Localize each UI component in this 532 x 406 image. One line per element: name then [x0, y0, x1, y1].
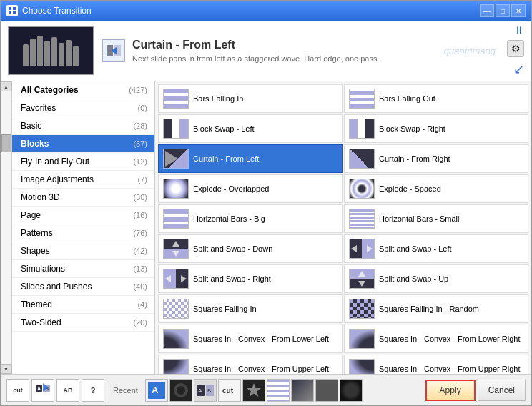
close-button[interactable]: ✕	[511, 4, 526, 17]
transition-thumb-squares-convex-ll	[163, 329, 189, 349]
transition-curtain-left[interactable]: Curtain - From Left	[158, 144, 343, 173]
svg-text:B: B	[207, 387, 211, 394]
title-bar: Choose Transition — □ ✕	[1, 1, 531, 21]
transition-name-h-bars-small: Horizontal Bars - Small	[379, 214, 459, 224]
transition-split-swap-up[interactable]: Split and Swap - Up	[344, 264, 528, 293]
sidebar-item-flyin-label: Fly-In and Fly-Out	[21, 157, 89, 167]
maximize-button[interactable]: □	[496, 4, 510, 17]
transition-squares-falling-in[interactable]: Squares Falling In	[158, 294, 343, 323]
person-3	[37, 36, 43, 66]
recent-thumb-5[interactable]	[242, 379, 265, 402]
recent-thumb-1[interactable]: A	[145, 379, 168, 402]
bottom-tool-icons: cut A B AB ?	[6, 379, 104, 402]
scroll-thumb[interactable]	[1, 134, 11, 152]
transition-squares-convex-ur[interactable]: Squares In - Convex - From Upper Right	[344, 355, 528, 374]
transition-curtain-right[interactable]: Curtain - From Right	[344, 144, 528, 173]
sidebar-item-themed-count: (4)	[138, 300, 147, 309]
cut-icon-button[interactable]: cut	[6, 379, 29, 402]
ab-transition-icon[interactable]: A B	[31, 379, 54, 402]
transition-h-bars-big[interactable]: Horizontal Bars - Big	[158, 204, 343, 233]
transition-squares-convex-ul[interactable]: Squares In - Convex - From Upper Left	[158, 355, 343, 374]
sidebar-item-image-adj-label: Image Adjustments	[21, 174, 94, 184]
transition-squares-falling-random[interactable]: Squares Falling In - Random	[344, 294, 528, 323]
sidebar-item-favorites[interactable]: Favorites (0)	[12, 99, 154, 117]
transition-bars-falling-out[interactable]: Bars Falling Out	[344, 84, 528, 113]
transition-bars-falling-in[interactable]: Bars Falling In	[158, 84, 343, 113]
transition-split-swap-right[interactable]: Split and Swap - Right	[158, 264, 343, 293]
svg-rect-1	[13, 7, 16, 10]
sidebar-item-motion3d[interactable]: Motion 3D (30)	[12, 189, 154, 207]
sidebar-item-page[interactable]: Page (16)	[12, 207, 154, 224]
sidebar-item-all-categories[interactable]: All Categories (427)	[12, 81, 154, 99]
sidebar-scrollbar: ▲ ▼	[1, 81, 12, 374]
sidebar-item-two-sided[interactable]: Two-Sided (20)	[12, 314, 154, 332]
transition-explode-overlapped[interactable]: Explode - Overlapped	[158, 174, 343, 203]
transition-thumb-squares-convex-ul	[163, 359, 189, 374]
preview-area	[8, 26, 94, 75]
sidebar-item-blocks[interactable]: Blocks (37)	[12, 135, 154, 153]
svg-point-24	[177, 386, 185, 395]
settings-button[interactable]: ⚙	[507, 40, 524, 57]
svg-marker-30	[247, 383, 261, 397]
recent-label: Recent	[113, 386, 138, 395]
sidebar-item-patterns[interactable]: Patterns (76)	[12, 224, 154, 242]
sidebar-item-shapes-count: (42)	[133, 247, 147, 255]
svg-text:A: A	[37, 386, 41, 391]
person-8	[73, 46, 79, 66]
transition-name-curtain-left: Curtain - From Left	[193, 154, 259, 164]
recent-thumb-9[interactable]	[340, 379, 363, 402]
transition-explode-spaced[interactable]: Explode - Spaced	[344, 174, 528, 203]
help-icon-button[interactable]: ?	[82, 379, 104, 402]
pause-button[interactable]: ⏸	[514, 24, 524, 36]
transition-thumb-squares-falling-in	[163, 299, 189, 319]
action-buttons: Apply Cancel	[425, 380, 526, 401]
sidebar-item-page-count: (16)	[133, 211, 147, 219]
transition-split-swap-down[interactable]: Split and Swap - Down	[158, 234, 343, 263]
transition-squares-convex-ll[interactable]: Squares In - Convex - From Lower Left	[158, 325, 343, 353]
svg-marker-12	[181, 275, 187, 282]
svg-rect-2	[9, 11, 11, 14]
svg-text:A: A	[152, 385, 159, 395]
sidebar-item-image-adj[interactable]: Image Adjustments (7)	[12, 171, 154, 189]
apply-button[interactable]: Apply	[425, 380, 476, 401]
sidebar-item-patterns-label: Patterns	[21, 228, 53, 238]
sidebar-item-slides-pushes-count: (40)	[133, 282, 147, 291]
sidebar-item-simulations[interactable]: Simulations (13)	[12, 260, 154, 278]
minimize-button[interactable]: —	[480, 4, 494, 17]
sidebar-item-flyin-count: (12)	[133, 157, 147, 166]
recent-thumb-7[interactable]	[291, 379, 314, 402]
scroll-down-button[interactable]: ▼	[1, 364, 12, 374]
sidebar-item-shapes-label: Shapes	[21, 246, 50, 256]
sidebar-item-slides-pushes[interactable]: Slides and Pushes (40)	[12, 278, 154, 296]
recent-thumb-6[interactable]	[267, 379, 290, 402]
transition-thumb-block-swap-left	[163, 119, 189, 139]
transition-split-swap-left[interactable]: Split and Swap - Left	[344, 234, 528, 263]
scroll-up-button[interactable]: ▲	[1, 81, 12, 91]
cancel-button[interactable]: Cancel	[478, 380, 526, 401]
transition-block-swap-right[interactable]: Block Swap - Right	[344, 114, 528, 143]
recent-thumb-4[interactable]: cut	[218, 379, 241, 402]
sidebar-item-flyin[interactable]: Fly-In and Fly-Out (12)	[12, 153, 154, 171]
transition-name-split-swap-left: Split and Swap - Left	[379, 244, 452, 254]
sidebar-item-basic[interactable]: Basic (28)	[12, 117, 154, 135]
sidebar-item-themed[interactable]: Themed (4)	[12, 296, 154, 314]
transition-h-bars-small[interactable]: Horizontal Bars - Small	[344, 204, 528, 233]
transition-name-block-swap-left: Block Swap - Left	[193, 124, 255, 134]
sidebar-item-shapes[interactable]: Shapes (42)	[12, 242, 154, 260]
transition-thumb-split-swap-down	[163, 239, 189, 259]
sidebar-item-motion3d-count: (30)	[133, 193, 147, 202]
person-6	[59, 43, 64, 66]
recent-thumb-3[interactable]: A B	[194, 379, 217, 402]
transition-thumb-split-swap-up	[349, 269, 375, 289]
person-5	[51, 37, 57, 66]
recent-thumb-8[interactable]	[315, 379, 338, 402]
scroll-track	[1, 91, 11, 364]
transition-name-split-swap-up: Split and Swap - Up	[379, 274, 448, 284]
transition-squares-convex-lr[interactable]: Squares In - Convex - From Lower Right	[344, 325, 528, 353]
transition-block-swap-left[interactable]: Block Swap - Left	[158, 114, 343, 143]
transition-thumb-h-bars-big	[163, 209, 189, 229]
recent-thumb-2[interactable]	[169, 379, 192, 402]
transition-name-block-swap-right: Block Swap - Right	[379, 124, 445, 134]
ab-text-icon[interactable]: AB	[56, 379, 79, 402]
svg-rect-3	[13, 11, 16, 14]
